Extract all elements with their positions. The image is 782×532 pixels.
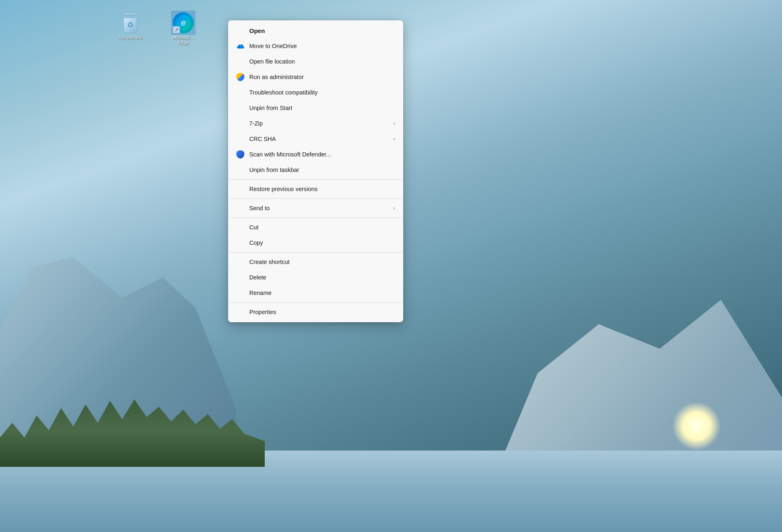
menu-separator-after-restore-versions [228, 198, 403, 199]
menu-item-open[interactable]: Open [228, 23, 403, 38]
crc-sha-label: CRC SHA [249, 136, 389, 142]
unpin-taskbar-label: Unpin from taskbar [249, 167, 395, 173]
context-menu: Open Move to OneDriveOpen file locationR… [228, 20, 403, 322]
open-icon [236, 26, 244, 35]
shortcut-arrow-icon: ↗ [173, 26, 180, 33]
desktop-icons: ♻ Recycle Bin ↗ Microsof… Edge [114, 12, 200, 46]
menu-item-crc-sha[interactable]: CRC SHA› [228, 131, 403, 147]
run-as-admin-label: Run as administrator [249, 74, 395, 80]
open-file-location-icon [236, 57, 244, 66]
menu-item-move-onedrive[interactable]: Move to OneDrive [228, 38, 403, 54]
run-as-admin-icon [236, 73, 244, 81]
delete-icon [236, 273, 244, 281]
bin-lid [122, 13, 138, 15]
edge-image: ↗ [173, 12, 194, 33]
create-shortcut-icon [236, 258, 244, 266]
send-to-icon [236, 204, 244, 212]
unpin-start-icon [236, 104, 244, 112]
recycle-bin-graphic: ♻ [121, 13, 139, 33]
properties-icon [236, 308, 244, 316]
menu-item-cut[interactable]: Cut [228, 220, 403, 235]
menu-item-copy[interactable]: Copy [228, 235, 403, 251]
sun-glow [672, 402, 721, 451]
move-onedrive-icon [236, 42, 244, 50]
scan-defender-icon [236, 150, 244, 158]
menu-item-send-to[interactable]: Send to› [228, 200, 403, 216]
menu-item-open-file-location[interactable]: Open file location [228, 54, 403, 69]
delete-label: Delete [249, 274, 395, 281]
menu-item-scan-defender[interactable]: Scan with Microsoft Defender... [228, 147, 403, 162]
recycle-symbol: ♻ [127, 20, 134, 29]
menu-item-unpin-start[interactable]: Unpin from Start [228, 100, 403, 116]
menu-item-7zip[interactable]: 7-Zip› [228, 116, 403, 131]
unpin-taskbar-icon [236, 166, 244, 174]
7zip-icon [236, 119, 244, 128]
crc-sha-icon [236, 135, 244, 143]
unpin-start-label: Unpin from Start [249, 105, 395, 111]
send-to-label: Send to [249, 205, 389, 211]
open-file-location-label: Open file location [249, 58, 395, 65]
menu-separator-after-copy [228, 252, 403, 253]
recycle-bin-label: Recycle Bin [119, 35, 142, 40]
defender-shield-icon [236, 150, 244, 158]
rename-icon [236, 289, 244, 297]
menu-item-delete[interactable]: Delete [228, 270, 403, 285]
restore-versions-label: Restore previous versions [249, 186, 395, 192]
open-label: Open [249, 27, 395, 34]
troubleshoot-compat-label: Troubleshoot compatibility [249, 89, 395, 96]
troubleshoot-compat-icon [236, 88, 244, 97]
edge-graphic [173, 12, 194, 33]
restore-versions-icon [236, 185, 244, 193]
menu-separator-after-rename [228, 302, 403, 303]
properties-label: Properties [249, 309, 395, 315]
edge-icon[interactable]: ↗ Microsof… Edge [167, 12, 200, 46]
menu-item-rename[interactable]: Rename [228, 285, 403, 301]
recycle-bin-image: ♻ [120, 12, 141, 33]
bin-body: ♻ [123, 18, 137, 33]
cut-icon [236, 223, 244, 231]
edge-label: Microsof… Edge [167, 35, 200, 46]
7zip-label: 7-Zip [249, 120, 389, 127]
crc-sha-submenu-arrow-icon: › [393, 136, 395, 142]
copy-icon [236, 239, 244, 247]
menu-item-restore-versions[interactable]: Restore previous versions [228, 181, 403, 197]
copy-label: Copy [249, 240, 395, 246]
7zip-submenu-arrow-icon: › [393, 121, 395, 126]
menu-item-troubleshoot-compat[interactable]: Troubleshoot compatibility [228, 85, 403, 100]
create-shortcut-label: Create shortcut [249, 259, 395, 265]
menu-separator-after-unpin-taskbar [228, 179, 403, 180]
menu-item-create-shortcut[interactable]: Create shortcut [228, 254, 403, 270]
uac-shield-icon [236, 73, 244, 81]
menu-item-unpin-taskbar[interactable]: Unpin from taskbar [228, 162, 403, 178]
recycle-bin-icon[interactable]: ♻ Recycle Bin [114, 12, 147, 46]
send-to-submenu-arrow-icon: › [393, 205, 395, 211]
menu-item-properties[interactable]: Properties [228, 304, 403, 320]
cut-label: Cut [249, 224, 395, 231]
menu-item-run-as-admin[interactable]: Run as administrator [228, 69, 403, 85]
scan-defender-label: Scan with Microsoft Defender... [249, 151, 395, 158]
menu-separator-after-send-to [228, 218, 403, 218]
move-onedrive-label: Move to OneDrive [249, 43, 395, 49]
rename-label: Rename [249, 290, 395, 296]
